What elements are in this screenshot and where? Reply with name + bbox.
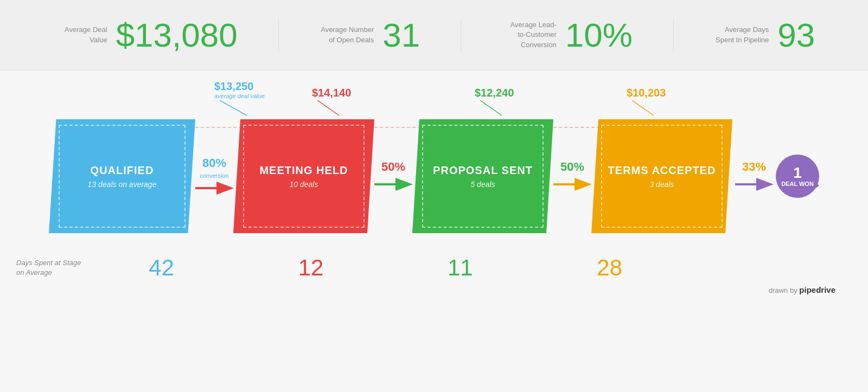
days-terms: 28 (597, 255, 622, 281)
funnel-row: QUALIFIED 13 deals on average 80% conver… (16, 114, 852, 239)
stage-terms-title: TERMS ACCEPTED (608, 164, 716, 177)
days-meeting: 12 (298, 255, 324, 281)
stage-qualified-title: QUALIFIED (91, 164, 154, 177)
stat-deal-value-label: Average Deal Value (53, 25, 107, 44)
connector-4: 33% (727, 160, 781, 192)
stage-proposal-wrapper: PROPOSAL SENT 5 deals (412, 119, 553, 233)
stat-divider-3 (673, 19, 674, 52)
stat-conversion: Average Lead-to-Customer Conversion 10% (502, 18, 633, 52)
stage-proposal-deals: 5 deals (470, 180, 495, 189)
days-values: 42 12 11 28 (87, 255, 852, 281)
stat-open-deals: Average Number of Open Deals 31 (320, 18, 420, 52)
meeting-deal-value: $14,140 (312, 87, 351, 99)
connector-3-arrow (551, 176, 594, 192)
terms-value-annotation: $10,203 (605, 87, 757, 117)
stage-qualified-deals: 13 deals on average (88, 180, 157, 189)
stage-qualified: QUALIFIED 13 deals on average (49, 119, 195, 233)
stage-meeting-deals: 10 deals (290, 180, 318, 189)
stat-conversion-number: 10% (565, 18, 633, 52)
stat-deal-value: Average Deal Value $13,080 (53, 18, 238, 52)
stage-terms-wrapper: TERMS ACCEPTED 3 deals (591, 119, 732, 233)
qualified-deal-value: $13,250 (214, 80, 253, 93)
stat-divider-2 (461, 19, 461, 52)
stat-days-pipeline-label: Average Days Spent In Pipeline (714, 25, 769, 44)
connector-1-label: conversion (200, 172, 228, 179)
branding-prefix: drawn by (769, 286, 797, 294)
connector-2-arrow (372, 176, 415, 192)
stage-proposal-title: PROPOSAL SENT (433, 164, 533, 177)
stage-qualified-wrapper: QUALIFIED 13 deals on average (49, 119, 195, 233)
stat-open-deals-label: Average Number of Open Deals (320, 25, 374, 44)
stat-days-pipeline-number: 93 (777, 18, 815, 52)
avg-deal-label: average deal value (214, 93, 265, 99)
stage-terms-deals: 3 deals (649, 180, 674, 189)
stat-days-pipeline: Average Days Spent In Pipeline 93 (714, 18, 815, 52)
page-wrapper: Average Deal Value $13,080 Average Numbe… (0, 0, 868, 392)
connector-1-pct: 80% (202, 156, 226, 170)
terms-deal-value: $10,203 (627, 87, 666, 99)
connector-2: 50% (366, 160, 420, 192)
proposal-value-annotation: $12,240 (442, 87, 605, 117)
pipeline-area: $13,250 average deal value $14,140 (0, 70, 868, 392)
stage-proposal: PROPOSAL SENT 5 deals (412, 119, 553, 233)
stage-terms: TERMS ACCEPTED 3 deals (591, 119, 732, 233)
deal-won-number: 1 (793, 165, 802, 181)
connector-4-pct: 33% (742, 160, 766, 174)
connector-1-arrow (193, 180, 236, 196)
connector-1: 80% conversion (187, 156, 241, 196)
stat-conversion-label: Average Lead-to-Customer Conversion (502, 20, 557, 50)
stage-deal-won-wrapper: 1 DEAL WON (776, 155, 819, 198)
stat-deal-value-number: $13,080 (116, 18, 238, 52)
svg-line-8 (632, 100, 654, 115)
connector-4-arrow (732, 176, 776, 192)
svg-line-6 (317, 100, 339, 115)
stage-meeting: MEETING HELD 10 deals (233, 119, 374, 233)
branding: drawn by pipedrive (16, 281, 852, 299)
stat-open-deals-number: 31 (382, 18, 420, 52)
connector-2-pct: 50% (381, 160, 405, 174)
stage-meeting-title: MEETING HELD (259, 164, 348, 177)
connector-3: 50% (545, 160, 599, 192)
days-spent-label: Days Spent at Stage on Average (16, 258, 87, 278)
days-proposal: 11 (448, 255, 473, 281)
branding-name: pipedrive (799, 285, 835, 294)
days-row: Days Spent at Stage on Average 42 12 11 … (16, 255, 852, 281)
qualified-value-annotation: $13,250 average deal value (111, 80, 279, 117)
stage-meeting-wrapper: MEETING HELD 10 deals (233, 119, 374, 233)
deal-won-circle: 1 DEAL WON (776, 155, 819, 198)
stats-bar: Average Deal Value $13,080 Average Numbe… (0, 0, 868, 70)
svg-line-7 (480, 100, 502, 115)
svg-line-5 (220, 100, 247, 115)
days-qualified: 42 (149, 255, 174, 281)
connector-3-pct: 50% (560, 160, 584, 174)
deal-won-label: DEAL WON (781, 181, 814, 187)
stat-divider-1 (278, 19, 279, 52)
meeting-value-annotation: $14,140 (279, 87, 442, 117)
proposal-deal-value: $12,240 (475, 87, 514, 99)
